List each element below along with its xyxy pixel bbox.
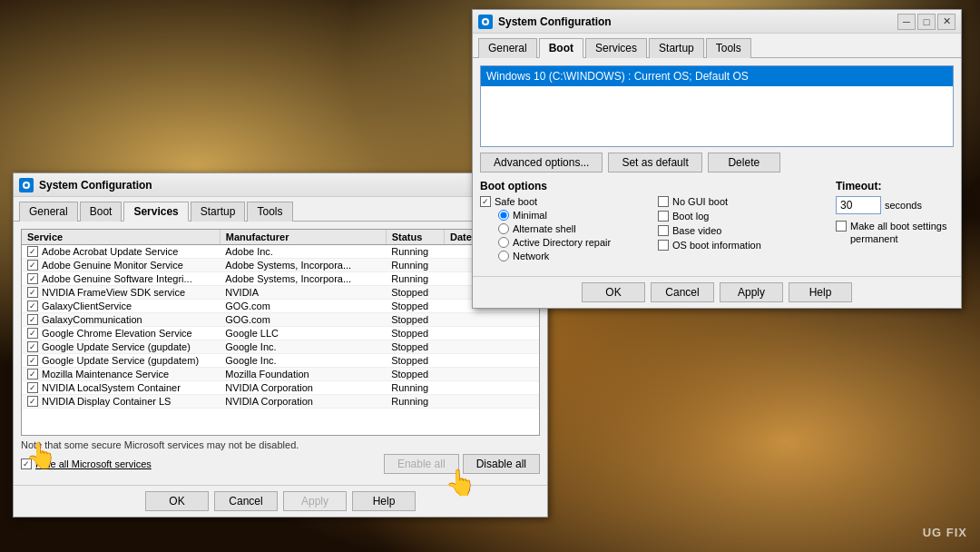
note-text: Note that some secure Microsoft services… xyxy=(21,439,540,450)
service-name: NVIDIA Display Container LS xyxy=(42,396,171,407)
service-checkbox[interactable] xyxy=(27,355,38,366)
hide-ms-checkbox[interactable] xyxy=(21,458,32,469)
base-video-label: Base video xyxy=(672,225,721,236)
service-checkbox[interactable] xyxy=(27,273,38,284)
service-name-cell: GalaxyCommunication xyxy=(22,313,220,327)
manufacturer-cell: Adobe Systems, Incorpora... xyxy=(220,272,386,286)
base-video-checkbox[interactable] xyxy=(658,225,669,236)
service-name-cell: Google Chrome Elevation Service xyxy=(22,327,220,340)
services-table-container: Service Manufacturer Status Date Disable… xyxy=(21,229,540,436)
os-boot-info-row: OS boot information xyxy=(658,240,827,251)
svg-point-2 xyxy=(24,183,28,187)
service-name: NVIDIA LocalSystem Container xyxy=(42,382,181,393)
date-cell xyxy=(444,381,538,395)
status-cell: Running xyxy=(386,259,444,272)
boot-tab-tools[interactable]: Tools xyxy=(706,38,751,58)
service-checkbox[interactable] xyxy=(27,328,38,339)
alternate-shell-radio-row: Alternate shell xyxy=(498,223,649,234)
service-name-cell: Adobe Genuine Monitor Service xyxy=(22,259,220,272)
service-name-cell: GalaxyClientService xyxy=(22,300,220,313)
service-checkbox[interactable] xyxy=(27,301,38,311)
table-row: NVIDIA FrameView SDK service NVIDIA Stop… xyxy=(22,286,539,300)
boot-minimize-button[interactable]: ─ xyxy=(897,14,916,30)
status-cell: Stopped xyxy=(386,354,444,368)
manufacturer-cell: Google LLC xyxy=(220,327,386,340)
network-radio-row: Network xyxy=(498,251,649,261)
tab-startup[interactable]: Startup xyxy=(191,202,246,222)
make-permanent-checkbox[interactable] xyxy=(836,221,847,232)
hide-ms-label[interactable]: Hide all Microsoft services xyxy=(35,458,152,469)
disable-all-button[interactable]: Disable all xyxy=(463,454,540,474)
services-table: Service Manufacturer Status Date Disable… xyxy=(22,230,539,409)
timeout-input[interactable] xyxy=(836,196,881,214)
seconds-label: seconds xyxy=(885,200,922,211)
service-checkbox[interactable] xyxy=(27,396,38,407)
tab-tools[interactable]: Tools xyxy=(247,202,292,222)
delete-button[interactable]: Delete xyxy=(708,153,780,172)
no-gui-checkbox[interactable] xyxy=(658,196,669,207)
safe-boot-label: Safe boot xyxy=(495,196,537,207)
active-directory-radio[interactable] xyxy=(498,237,509,248)
service-checkbox[interactable] xyxy=(27,382,38,393)
minimal-radio[interactable] xyxy=(498,210,509,221)
boot-cancel-button[interactable]: Cancel xyxy=(651,282,714,302)
manufacturer-cell: NVIDIA xyxy=(220,286,386,300)
help-button[interactable]: Help xyxy=(352,491,416,511)
col-manufacturer: Manufacturer xyxy=(220,230,386,245)
os-boot-info-checkbox[interactable] xyxy=(658,240,669,251)
service-name: Adobe Genuine Software Integri... xyxy=(42,273,192,284)
boot-content: Windows 10 (C:\WINDOWS) : Current OS; De… xyxy=(473,58,961,276)
safe-boot-checkbox[interactable] xyxy=(480,196,491,207)
system-config-icon xyxy=(19,178,34,192)
boot-list-item[interactable]: Windows 10 (C:\WINDOWS) : Current OS; De… xyxy=(481,66,953,86)
hide-ms-row: Hide all Microsoft services xyxy=(21,458,152,469)
boot-apply-button[interactable]: Apply xyxy=(720,282,783,302)
boot-log-checkbox[interactable] xyxy=(658,211,669,222)
manufacturer-cell: Google Inc. xyxy=(220,354,386,368)
service-checkbox[interactable] xyxy=(27,314,38,325)
boot-ok-button[interactable]: OK xyxy=(582,282,645,302)
boot-tab-boot[interactable]: Boot xyxy=(539,38,583,58)
set-as-default-button[interactable]: Set as default xyxy=(608,153,701,172)
boot-close-button[interactable]: ✕ xyxy=(937,14,956,30)
table-row: Adobe Genuine Software Integri... Adobe … xyxy=(22,272,539,286)
svg-point-5 xyxy=(484,20,487,24)
tab-general[interactable]: General xyxy=(19,202,78,222)
apply-button[interactable]: Apply xyxy=(283,491,347,511)
service-checkbox[interactable] xyxy=(27,260,38,271)
no-gui-label: No GUI boot xyxy=(672,196,728,207)
boot-tab-services[interactable]: Services xyxy=(585,38,647,58)
boot-tab-startup[interactable]: Startup xyxy=(649,38,704,58)
manufacturer-cell: GOG.com xyxy=(220,300,386,313)
service-checkbox[interactable] xyxy=(27,369,38,380)
alternate-shell-radio[interactable] xyxy=(498,223,509,234)
timeout-label: Timeout: xyxy=(836,180,954,192)
ok-button[interactable]: OK xyxy=(145,491,209,511)
network-radio[interactable] xyxy=(498,251,509,261)
service-name-cell: NVIDIA LocalSystem Container xyxy=(22,381,220,395)
service-checkbox[interactable] xyxy=(27,246,38,257)
service-checkbox[interactable] xyxy=(27,341,38,352)
cancel-button[interactable]: Cancel xyxy=(214,491,278,511)
boot-maximize-button[interactable]: □ xyxy=(917,14,936,30)
status-cell: Stopped xyxy=(386,368,444,381)
boot-tab-general[interactable]: General xyxy=(478,38,537,58)
boot-action-row: Advanced options... Set as default Delet… xyxy=(480,153,954,172)
boot-help-button[interactable]: Help xyxy=(789,282,852,302)
service-checkbox[interactable] xyxy=(27,287,38,298)
boot-log-row: Boot log xyxy=(658,211,827,222)
boot-log-label: Boot log xyxy=(672,211,709,222)
table-row: Google Update Service (gupdate) Google I… xyxy=(22,340,539,354)
tab-boot[interactable]: Boot xyxy=(80,202,122,222)
service-name: Adobe Genuine Monitor Service xyxy=(42,260,183,271)
service-name: Google Update Service (gupdatem) xyxy=(42,355,199,366)
boot-footer: OK Cancel Apply Help xyxy=(473,276,961,308)
status-cell: Running xyxy=(386,381,444,395)
active-directory-radio-row: Active Directory repair xyxy=(498,237,649,248)
advanced-options-button[interactable]: Advanced options... xyxy=(480,153,603,172)
tab-services[interactable]: Services xyxy=(123,202,188,222)
status-cell: Stopped xyxy=(386,313,444,327)
enable-all-button[interactable]: Enable all xyxy=(384,454,459,474)
manufacturer-cell: Adobe Systems, Incorpora... xyxy=(220,259,386,272)
service-name-cell: Adobe Genuine Software Integri... xyxy=(22,272,220,286)
